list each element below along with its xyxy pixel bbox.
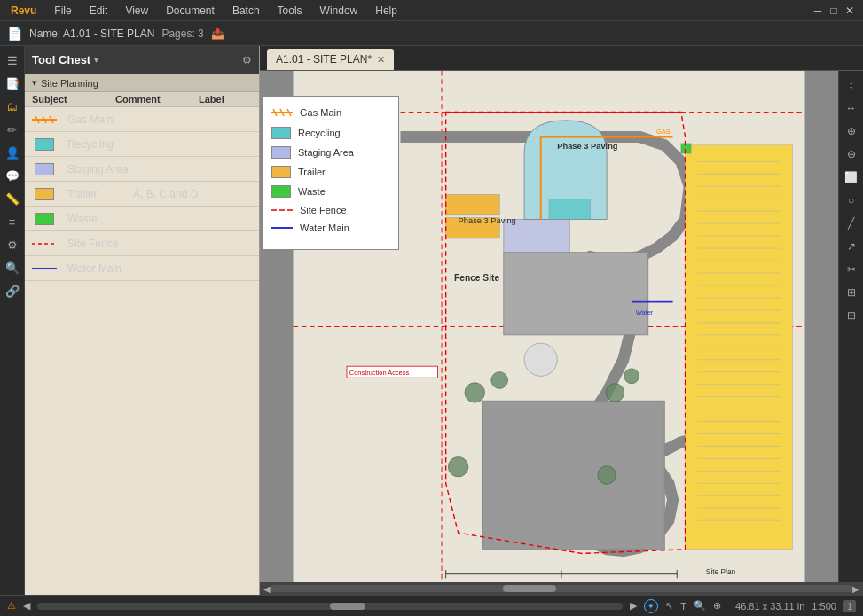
nav-icon[interactable]: ⊕ [713,600,721,612]
swatch-trailer [32,187,57,201]
swatch-trailer-canvas [271,166,291,178]
list-item[interactable]: Recycling [25,132,259,157]
col-comment: Comment [115,94,199,105]
right-icon-zoom-in[interactable]: ⊕ [841,121,862,142]
item-subject: Waste [67,213,133,225]
scroll-left-btn[interactable]: ◀ [263,584,271,594]
svg-rect-47 [549,199,591,219]
left-icon-tools[interactable]: ⚙ [2,234,23,255]
legend-water-label: Water Main [300,222,349,233]
svg-point-57 [606,384,624,402]
document-icon: 📄 [7,27,22,41]
minimize-button[interactable]: ─ [812,4,824,17]
svg-text:Site Plan: Site Plan [706,567,736,576]
page-number: 1 [843,600,856,612]
bottom-scroll-thumb[interactable] [330,603,365,610]
left-icon-markup[interactable]: ✏ [2,119,23,140]
left-icon-comments[interactable]: 💬 [2,165,23,186]
svg-text:Phase 3 Paving: Phase 3 Paving [557,142,618,151]
scroll-thumb[interactable] [503,585,556,592]
item-comment: A, B, C and D [133,188,199,200]
menu-help[interactable]: Help [372,3,401,19]
right-icon-zoom-out[interactable]: ⊖ [841,144,862,165]
left-icon-users[interactable]: 👤 [2,142,23,163]
left-icon-search[interactable]: 🔍 [2,257,23,278]
menu-view[interactable]: View [122,3,152,19]
scroll-right-btn[interactable]: ▶ [630,600,637,612]
right-icon-arrow[interactable]: ↗ [841,236,862,257]
svg-rect-44 [446,195,499,215]
svg-text:GAS: GAS [656,128,671,136]
export-icon[interactable]: 📤 [211,27,224,40]
menu-document[interactable]: Document [162,3,218,19]
legend-trailer: Trailer [271,166,389,178]
cursor-icon[interactable]: ✦ [644,599,658,613]
scroll-track[interactable] [271,585,852,592]
svg-point-55 [465,383,484,402]
list-item[interactable]: Gas Main [25,107,259,132]
section-arrow[interactable]: ▾ [32,77,37,89]
legend-gas-label: Gas Main [300,107,341,118]
bottom-scroll-track[interactable] [37,603,623,610]
svg-rect-46 [681,144,691,153]
text-tool-icon[interactable]: T [680,601,686,612]
tab-bar: A1.01 - SITE PLAN* ✕ [260,46,863,71]
right-icon-circle[interactable]: ○ [841,190,862,211]
menu-edit[interactable]: Edit [86,3,112,19]
swatch-recycling [32,137,57,152]
list-item[interactable]: Waste [25,207,259,231]
svg-text:Fence Site: Fence Site [454,273,499,283]
left-icon-bookmarks[interactable]: 📑 [2,73,23,94]
right-icon-remove[interactable]: ⊟ [841,305,862,326]
list-item[interactable]: Trailer A, B, C and D [25,182,259,207]
status-bar: ⚠ ◀ ▶ ✦ ↖ T 🔍 ⊕ 46.81 x 33.11 in 1:500 1 [0,595,863,616]
right-icon-cut[interactable]: ✂ [841,259,862,280]
svg-rect-42 [483,401,665,550]
left-icon-toolchest[interactable]: 🗂 [2,96,23,117]
item-subject: Recycling [67,138,133,151]
toolbar-bar: 📄 Name: A1.01 - SITE PLAN Pages: 3 📤 [0,21,863,46]
left-icon-measure[interactable]: 📏 [2,188,23,209]
zoom-icon[interactable]: 🔍 [694,600,706,612]
tool-chest-panel: Tool Chest ▾ ⚙ ▾ Site Planning Subject C… [25,46,260,595]
swatch-water-main [32,261,57,276]
scroll-left-btn[interactable]: ◀ [23,600,30,612]
right-icon-line[interactable]: ╱ [841,213,862,234]
h-scrollbar[interactable]: ◀ ▶ [260,582,863,595]
close-button[interactable]: ✕ [843,4,856,17]
swatch-staging [32,162,57,176]
maximize-button[interactable]: □ [828,4,840,17]
swatch-waste-canvas [271,185,291,198]
svg-point-58 [624,369,639,384]
scroll-right-btn[interactable]: ▶ [852,584,859,594]
tab-site-plan[interactable]: A1.01 - SITE PLAN* ✕ [267,49,394,70]
item-subject: Gas Main [67,113,133,126]
left-icon-menu[interactable]: ☰ [2,50,23,71]
list-item[interactable]: Staging Area [25,157,259,182]
right-icon-1[interactable]: ↕ [841,74,862,96]
tool-chest-dropdown[interactable]: ▾ [94,55,98,65]
menu-window[interactable]: Window [317,3,362,19]
right-icon-select[interactable]: ⬜ [841,167,862,188]
swatch-fence-canvas [271,209,293,211]
svg-rect-41 [504,253,648,335]
list-item[interactable]: Water Main [25,256,259,281]
legend-waste: Waste [271,185,389,198]
menu-file[interactable]: File [51,3,75,19]
left-icon-layers[interactable]: ≡ [2,211,23,232]
right-icon-2[interactable]: ↔ [841,97,862,119]
menu-batch[interactable]: Batch [229,3,263,19]
menu-tools[interactable]: Tools [274,3,306,19]
app-name[interactable]: Revu [7,3,40,19]
svg-point-59 [448,457,467,477]
svg-point-56 [491,372,508,389]
window-controls: ─ □ ✕ [812,4,856,17]
legend-fence-label: Site Fence [300,205,347,215]
right-icon-add[interactable]: ⊞ [841,282,862,303]
tab-close-button[interactable]: ✕ [377,54,385,66]
select-tool-icon[interactable]: ↖ [665,600,673,612]
legend-list: Gas Main Recycling Staging Area [25,107,259,595]
list-item[interactable]: Site Fence [25,231,259,256]
left-icon-link[interactable]: 🔗 [2,280,23,301]
tool-chest-settings-icon[interactable]: ⚙ [242,54,252,66]
